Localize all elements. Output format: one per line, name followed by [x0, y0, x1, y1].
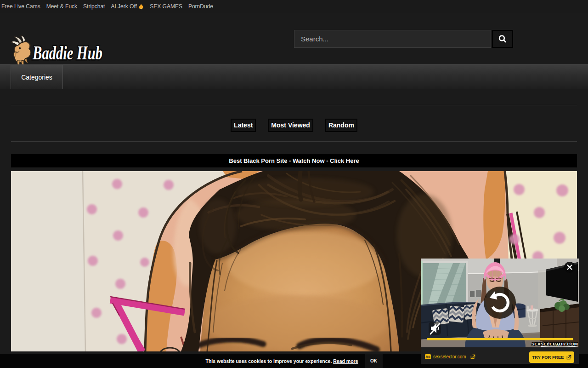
svg-text:SEXSELECTOR.COM: SEXSELECTOR.COM	[531, 341, 578, 346]
svg-text:Baddie Hub: Baddie Hub	[32, 42, 102, 63]
